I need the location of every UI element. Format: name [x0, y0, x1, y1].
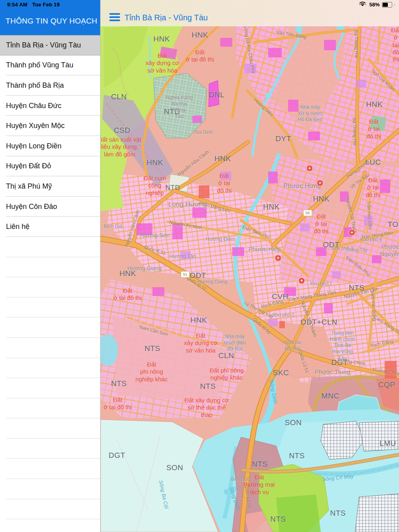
sidebar-empty-row: [0, 479, 100, 499]
sidebar-item[interactable]: Huyện Côn Đảo: [0, 197, 100, 217]
sidebar-empty-row: [0, 257, 100, 278]
app-title: THÔNG TIN QUY HOẠCH: [6, 17, 97, 26]
sidebar-empty-row: [0, 237, 100, 257]
sidebar-item[interactable]: Thành phố Bà Rịa: [0, 75, 100, 96]
zoning-map-graphic: [101, 0, 399, 532]
menu-icon[interactable]: [109, 13, 120, 21]
status-bar-left: 9:54 AMTue Feb 19: [7, 2, 60, 8]
sidebar-empty-row: [0, 459, 100, 479]
sidebar-item[interactable]: Thị xã Phú Mỹ: [0, 176, 100, 197]
battery-percent: 58%: [369, 2, 379, 8]
status-time: 9:54 AM: [7, 2, 28, 8]
map-header-bar: Tỉnh Bà Rịa - Vũng Tàu 58%: [101, 0, 399, 26]
sidebar-empty-row: [0, 398, 100, 419]
sidebar-item[interactable]: Thành phố Vũng Tàu: [0, 55, 100, 76]
sidebar-empty-row: [0, 358, 100, 378]
map-title: Tỉnh Bà Rịa - Vũng Tàu: [124, 13, 208, 22]
sidebar-empty-row: [0, 378, 100, 398]
sidebar-list: Tỉnh Bà Rịa - Vũng TàuThành phố Vũng Tàu…: [0, 35, 100, 532]
status-date: Tue Feb 19: [32, 2, 60, 8]
sidebar-empty-row: [0, 439, 100, 459]
sidebar-header: 9:54 AMTue Feb 19 THÔNG TIN QUY HOẠCH: [0, 0, 100, 35]
app-window: 9:54 AMTue Feb 19 THÔNG TIN QUY HOẠCH Tỉ…: [0, 0, 399, 532]
map-canvas[interactable]: HNKHNKCLNDNLNTDCSDDYTHNKHNKNTDHNKHNKHNKL…: [101, 0, 399, 532]
sidebar: 9:54 AMTue Feb 19 THÔNG TIN QUY HOẠCH Tỉ…: [0, 0, 101, 532]
sidebar-empty-row: [0, 338, 100, 358]
sidebar-item[interactable]: Huyện Châu Đức: [0, 96, 100, 116]
sidebar-empty-row: [0, 298, 100, 318]
sidebar-item[interactable]: Liên hệ: [0, 217, 100, 237]
sidebar-empty-row: [0, 519, 100, 532]
sidebar-item[interactable]: Huyện Đất Đỏ: [0, 156, 100, 177]
sidebar-empty-row: [0, 418, 100, 439]
sidebar-item[interactable]: Huyện Xuyên Mộc: [0, 116, 100, 136]
sidebar-item[interactable]: Tỉnh Bà Rịa - Vũng Tàu: [0, 35, 100, 55]
sidebar-item[interactable]: Huyện Long Điền: [0, 136, 100, 156]
wifi-icon: [359, 2, 366, 7]
sidebar-empty-row: [0, 317, 100, 338]
sidebar-empty-row: [0, 277, 100, 298]
sidebar-empty-row: [0, 499, 100, 520]
status-bar-right: 58%: [359, 2, 395, 8]
battery-icon: [382, 2, 392, 8]
